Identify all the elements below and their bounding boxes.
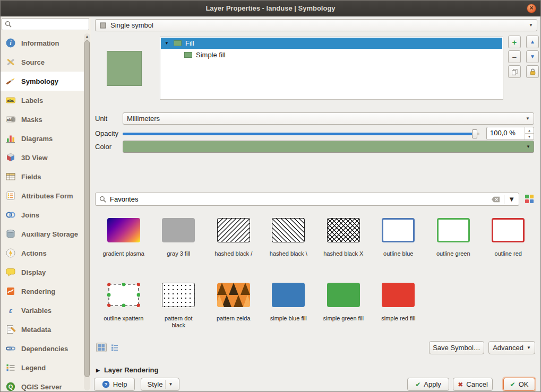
symbol-item-outline-green[interactable]: outline green (426, 213, 481, 277)
symbol-item-outline-blue[interactable]: outline blue (371, 213, 426, 277)
sidebar-item-labels[interactable]: abc Labels (1, 91, 84, 110)
spin-down-icon[interactable]: ▼ (525, 133, 534, 140)
symbol-item-simple-red-fill[interactable]: simple red fill (371, 277, 426, 342)
expand-right-icon: ▶ (96, 368, 100, 373)
symbol-tree-item-fill[interactable]: ▼ Fill (161, 38, 502, 49)
opacity-input[interactable] (490, 129, 522, 137)
sidebar-item-rendering[interactable]: Rendering (1, 282, 84, 301)
symbol-name: gradient plasma (103, 250, 144, 257)
style-button[interactable]: Style ▼ (141, 378, 179, 391)
scrollbar-thumb[interactable] (84, 40, 90, 377)
sidebar-item-fields[interactable]: Fields (1, 167, 84, 186)
sidebar-item-qgis-server[interactable]: Q QGIS Server (1, 377, 84, 391)
sidebar-item-dependencies[interactable]: Dependencies (1, 339, 84, 358)
sidebar-item-information[interactable]: i Information (1, 33, 84, 53)
sidebar-item-metadata[interactable]: Metadata (1, 320, 84, 339)
3d-view-icon (5, 152, 16, 163)
slider-handle[interactable] (472, 129, 477, 138)
list-view-button[interactable] (109, 343, 120, 352)
symbol-tree-item-simple-fill[interactable]: Simple fill (160, 49, 503, 60)
separator (165, 380, 166, 389)
sidebar-item-legend[interactable]: Legend (1, 358, 84, 377)
view-toggles (96, 343, 120, 352)
sidebar-item-label: Variables (21, 307, 51, 315)
sidebar-item-label: Masks (21, 116, 42, 124)
spin-up-icon[interactable]: ▲ (525, 127, 534, 133)
add-symbol-layer-button[interactable]: + (508, 36, 521, 48)
scroll-up-icon[interactable]: ▲ (84, 34, 90, 38)
move-up-button[interactable]: ▲ (526, 36, 539, 48)
symbol-name: outline red (495, 250, 522, 257)
sidebar-item-masks[interactable]: abc Masks (1, 110, 84, 129)
symbol-item-gray-3-fill[interactable]: gray 3 fill (151, 213, 207, 277)
symbol-item-pattern-dot-black[interactable]: pattern dot black (151, 277, 207, 342)
expander-icon[interactable]: ▼ (165, 41, 170, 46)
sidebar-item-display[interactable]: Display (1, 263, 84, 282)
sidebar-item-attributes-form[interactable]: Attributes Form (1, 186, 84, 205)
ok-button[interactable]: ✔ OK (503, 378, 535, 391)
symbol-preview-thumb (217, 218, 250, 242)
advanced-button[interactable]: Advanced ▼ (488, 341, 535, 354)
attributes-form-icon (5, 190, 16, 202)
unit-combo[interactable]: Millimeters ▼ (123, 112, 534, 125)
sidebar-item-actions[interactable]: Actions (1, 243, 84, 263)
sidebar-item-source[interactable]: Source (1, 53, 84, 72)
chevron-down-icon: ▼ (529, 23, 533, 28)
symbol-name: hashed black / (214, 250, 252, 257)
close-icon[interactable]: × (527, 4, 536, 13)
sidebar-item-variables[interactable]: ε Variables (1, 301, 84, 320)
clear-icon[interactable] (491, 196, 500, 203)
symbol-grid: gradient plasma gray 3 fill hashed black… (96, 213, 536, 342)
symbol-preview-thumb (272, 283, 305, 307)
remove-symbol-layer-button[interactable]: − (508, 50, 521, 63)
symbol-item-simple-blue-fill[interactable]: simple blue fill (261, 277, 316, 342)
icon-view-button[interactable] (96, 343, 107, 352)
save-symbol-button[interactable]: Save Symbol… (429, 341, 484, 354)
cancel-icon: ✖ (458, 381, 463, 388)
sidebar-search-input[interactable] (14, 21, 78, 28)
move-down-button[interactable]: ▼ (526, 50, 539, 63)
masks-icon: abc (5, 114, 16, 125)
advanced-label: Advanced (493, 344, 523, 352)
help-button[interactable]: ? Help (94, 378, 135, 391)
opacity-slider[interactable] (123, 127, 482, 140)
symbol-item-outline-xpattern[interactable]: outline xpattern (96, 277, 151, 342)
symbol-item-hashed-black-forward[interactable]: hashed black / (206, 213, 261, 277)
symbol-item-gradient-plasma[interactable]: gradient plasma (96, 213, 151, 277)
symbol-item-hashed-black-x[interactable]: hashed black X (316, 213, 371, 277)
titlebar[interactable]: Layer Properties - landuse | Symbology × (1, 1, 540, 16)
symbol-item-simple-green-fill[interactable]: simple green fill (316, 277, 371, 342)
sidebar-item-auxiliary-storage[interactable]: Auxiliary Storage (1, 224, 84, 243)
tree-item-label: Simple fill (196, 51, 226, 59)
symbol-item-hashed-black-back[interactable]: hashed black \ (261, 213, 316, 277)
style-manager-button[interactable] (523, 194, 535, 205)
cancel-button[interactable]: ✖ Cancel (453, 378, 493, 391)
symbol-filter-input[interactable] (110, 195, 487, 203)
ok-label: OK (519, 380, 529, 388)
chevron-down-icon[interactable]: ▼ (525, 141, 532, 152)
legend-icon (5, 362, 16, 373)
symbol-preview-thumb (162, 283, 195, 307)
sidebar-item-3d-view[interactable]: 3D View (1, 148, 84, 167)
layer-rendering-group[interactable]: ▶ Layer Rendering (96, 366, 159, 374)
sidebar-search[interactable] (2, 18, 89, 30)
chevron-down-icon[interactable]: ▼ (508, 195, 515, 203)
chevron-down-icon: ▼ (527, 345, 531, 350)
sidebar-item-diagrams[interactable]: Diagrams (1, 129, 84, 148)
symbol-name: simple green fill (323, 315, 364, 322)
symbol-name: simple red fill (381, 315, 415, 322)
renderer-combo[interactable]: Single symbol ▼ (95, 19, 537, 31)
apply-button[interactable]: ✔ Apply (407, 378, 449, 391)
symbol-item-outline-red[interactable]: outline red (481, 213, 536, 277)
lock-symbol-layer-button[interactable] (526, 65, 539, 78)
color-button[interactable]: ▼ (123, 141, 534, 153)
symbol-filter-bar[interactable]: ▼ (95, 193, 519, 206)
sidebar-item-symbology[interactable]: Symbology (1, 72, 84, 91)
duplicate-symbol-layer-button[interactable] (508, 65, 521, 78)
save-symbol-label: Save Symbol… (433, 344, 480, 352)
sidebar-item-joins[interactable]: Joins (1, 205, 84, 224)
symbol-item-pattern-zelda[interactable]: pattern zelda (206, 277, 261, 342)
auxiliary-storage-icon (5, 228, 16, 240)
opacity-spinbox[interactable]: ▲ ▼ (486, 127, 534, 140)
sidebar-scrollbar[interactable]: ▲ (84, 33, 90, 390)
